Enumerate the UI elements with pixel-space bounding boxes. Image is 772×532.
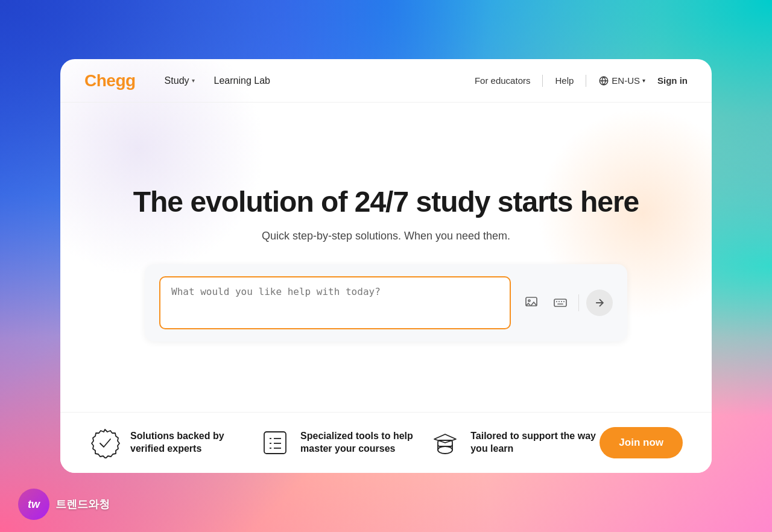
join-now-button[interactable]: Join now [600,427,683,458]
nav-learning-lab[interactable]: Learning Lab [214,75,270,86]
feature-tailored-learning: Tailored to support the way you learn [429,427,600,458]
feature-verified-experts: Solutions backed by verified experts [89,427,259,458]
list-check-icon [259,427,291,458]
keyboard-button[interactable] [549,292,571,314]
feature-specialized-tools: Specialized tools to help master your co… [259,427,429,458]
svg-rect-9 [264,432,286,454]
hero-subtitle: Quick step-by-step solutions. When you n… [262,230,510,242]
badge-check-icon [89,427,121,458]
nav-help[interactable]: Help [555,75,574,86]
watermark-badge: tw [18,489,49,520]
svg-point-16 [438,446,452,454]
hero-title: The evolution of 24/7 study starts here [133,185,639,218]
watermark-text: 트렌드와청 [55,497,110,511]
search-input[interactable] [171,286,499,317]
chegg-logo[interactable]: Chegg [84,71,136,90]
navbar: Chegg Study ▾ Learning Lab For educators… [60,59,712,103]
lang-chevron-icon: ▾ [642,77,645,84]
search-action-divider [578,294,579,311]
search-submit-button[interactable] [586,290,613,316]
feature-specialized-tools-text: Specialized tools to help master your co… [300,430,429,455]
svg-point-2 [528,300,530,302]
search-container [145,264,627,341]
graduation-icon [429,427,461,458]
search-input-wrapper [159,276,511,329]
feature-tailored-learning-text: Tailored to support the way you learn [470,430,600,455]
nav-divider-1 [542,75,543,87]
globe-icon [598,75,609,86]
main-card: Chegg Study ▾ Learning Lab For educators… [60,59,712,473]
hero-section: The evolution of 24/7 study starts here … [60,103,712,412]
nav-for-educators[interactable]: For educators [475,75,531,86]
image-icon [524,296,539,310]
feature-verified-experts-text: Solutions backed by verified experts [130,430,259,455]
keyboard-icon [553,296,568,310]
upload-image-button[interactable] [520,292,542,314]
watermark: tw 트렌드와청 [18,489,110,520]
sign-in-button[interactable]: Sign in [657,75,688,86]
bottom-feature-bar: Solutions backed by verified experts Spe… [60,412,712,473]
nav-divider-2 [586,75,586,87]
svg-rect-3 [554,299,566,306]
lang-selector[interactable]: EN-US ▾ [598,75,645,86]
nav-links: Study ▾ Learning Lab [165,75,475,86]
nav-study[interactable]: Study ▾ [165,75,195,86]
search-actions [520,290,613,316]
nav-right: For educators Help EN-US ▾ Sign in [475,75,688,87]
arrow-right-icon [593,297,606,309]
study-chevron-icon: ▾ [192,77,195,84]
